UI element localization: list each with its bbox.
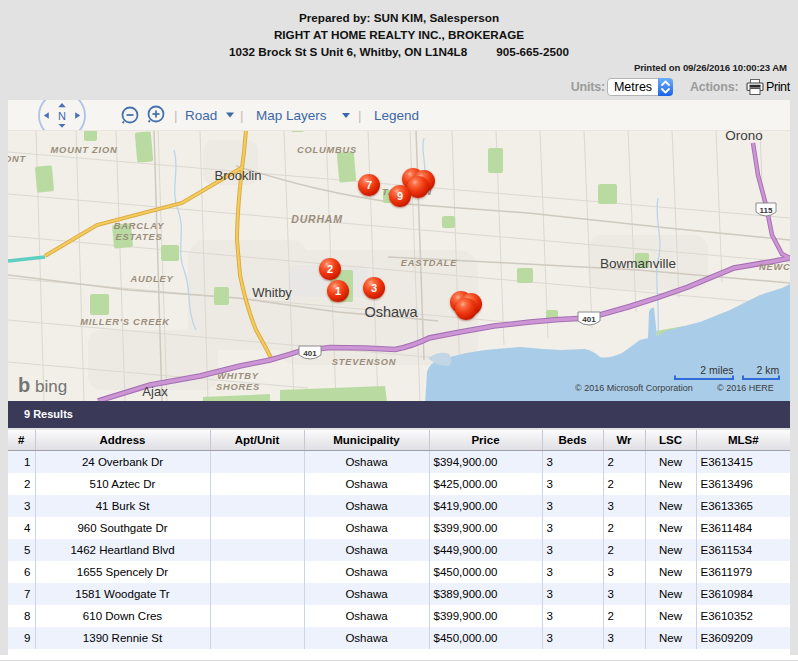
svg-text:401: 401	[582, 315, 596, 324]
svg-text:Brooklin: Brooklin	[215, 168, 262, 183]
svg-text:115: 115	[760, 206, 773, 215]
svg-text:2 miles: 2 miles	[700, 364, 733, 376]
svg-text:Legend: Legend	[374, 108, 419, 123]
svg-text:|: |	[358, 108, 362, 123]
svg-text:SHORES: SHORES	[216, 382, 260, 392]
svg-text:ESTATES: ESTATES	[115, 232, 162, 242]
svg-text:401: 401	[303, 349, 317, 358]
svg-text:MOUNT ZION: MOUNT ZION	[51, 145, 118, 155]
svg-text:EASTDALE: EASTDALE	[401, 258, 458, 268]
svg-text:STEVENSON: STEVENSON	[332, 357, 397, 367]
svg-text:Map Layers: Map Layers	[256, 108, 327, 123]
svg-text:COLUMBUS: COLUMBUS	[297, 145, 357, 155]
svg-text:2 km: 2 km	[757, 364, 780, 376]
svg-text:© 2016 Microsoft Corporation: © 2016 Microsoft Corporation	[575, 383, 693, 393]
svg-text:Whitby: Whitby	[252, 285, 292, 300]
svg-text:BARCLAY: BARCLAY	[114, 221, 164, 231]
svg-text:AUDLEY: AUDLEY	[129, 274, 173, 284]
svg-text:WHITBY: WHITBY	[217, 371, 258, 381]
svg-text:Bowmanville: Bowmanville	[600, 256, 676, 271]
svg-text:bing: bing	[35, 377, 67, 396]
svg-text:N: N	[58, 110, 66, 122]
svg-text:|: |	[240, 108, 244, 123]
svg-text:b: b	[18, 374, 30, 396]
svg-text:ONT: ONT	[8, 154, 27, 164]
svg-text:NEWCAS: NEWCAS	[759, 262, 790, 272]
svg-text:DURHAM: DURHAM	[291, 213, 342, 225]
svg-text:Ajax: Ajax	[142, 384, 168, 399]
svg-text:© 2016 HERE: © 2016 HERE	[717, 383, 774, 393]
svg-text:Oshawa: Oshawa	[364, 304, 418, 320]
svg-text:Road: Road	[185, 108, 217, 123]
svg-text:MILLER'S CREEK: MILLER'S CREEK	[80, 317, 170, 327]
svg-text:|: |	[174, 108, 178, 123]
